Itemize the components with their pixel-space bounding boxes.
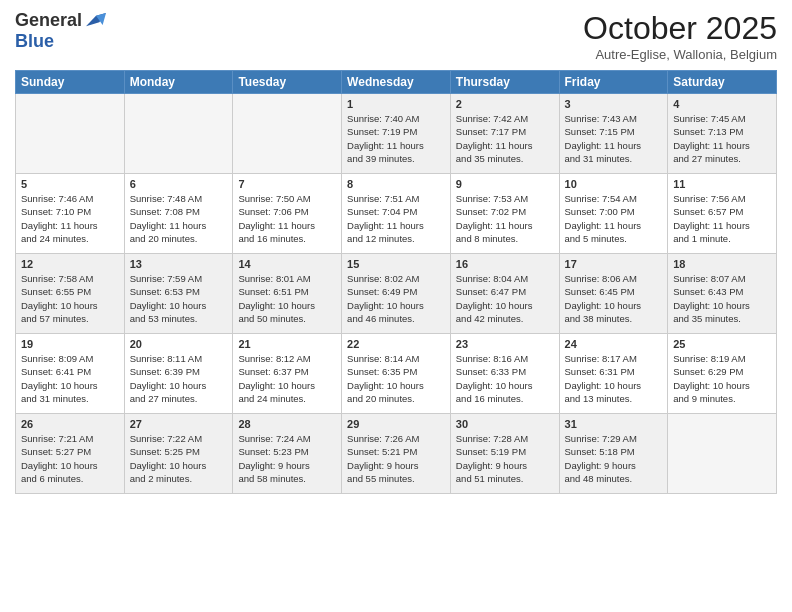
day-number: 17	[565, 258, 663, 270]
calendar-cell: 14Sunrise: 8:01 AM Sunset: 6:51 PM Dayli…	[233, 254, 342, 334]
calendar-cell: 20Sunrise: 8:11 AM Sunset: 6:39 PM Dayli…	[124, 334, 233, 414]
day-number: 14	[238, 258, 336, 270]
calendar-cell: 5Sunrise: 7:46 AM Sunset: 7:10 PM Daylig…	[16, 174, 125, 254]
weekday-header-friday: Friday	[559, 71, 668, 94]
day-number: 12	[21, 258, 119, 270]
day-number: 24	[565, 338, 663, 350]
calendar-cell: 23Sunrise: 8:16 AM Sunset: 6:33 PM Dayli…	[450, 334, 559, 414]
calendar-cell: 9Sunrise: 7:53 AM Sunset: 7:02 PM Daylig…	[450, 174, 559, 254]
day-info: Sunrise: 7:21 AM Sunset: 5:27 PM Dayligh…	[21, 432, 119, 485]
day-info: Sunrise: 7:46 AM Sunset: 7:10 PM Dayligh…	[21, 192, 119, 245]
day-info: Sunrise: 7:43 AM Sunset: 7:15 PM Dayligh…	[565, 112, 663, 165]
day-info: Sunrise: 7:48 AM Sunset: 7:08 PM Dayligh…	[130, 192, 228, 245]
calendar-cell: 31Sunrise: 7:29 AM Sunset: 5:18 PM Dayli…	[559, 414, 668, 494]
day-info: Sunrise: 8:02 AM Sunset: 6:49 PM Dayligh…	[347, 272, 445, 325]
calendar-cell: 28Sunrise: 7:24 AM Sunset: 5:23 PM Dayli…	[233, 414, 342, 494]
weekday-header-row: SundayMondayTuesdayWednesdayThursdayFrid…	[16, 71, 777, 94]
day-number: 11	[673, 178, 771, 190]
weekday-header-saturday: Saturday	[668, 71, 777, 94]
day-number: 15	[347, 258, 445, 270]
calendar-cell: 19Sunrise: 8:09 AM Sunset: 6:41 PM Dayli…	[16, 334, 125, 414]
calendar-cell: 8Sunrise: 7:51 AM Sunset: 7:04 PM Daylig…	[342, 174, 451, 254]
day-number: 23	[456, 338, 554, 350]
day-number: 10	[565, 178, 663, 190]
day-number: 5	[21, 178, 119, 190]
logo-general-text: General	[15, 10, 82, 31]
calendar-cell: 7Sunrise: 7:50 AM Sunset: 7:06 PM Daylig…	[233, 174, 342, 254]
day-info: Sunrise: 8:16 AM Sunset: 6:33 PM Dayligh…	[456, 352, 554, 405]
calendar-cell: 29Sunrise: 7:26 AM Sunset: 5:21 PM Dayli…	[342, 414, 451, 494]
logo: General Blue	[15, 10, 106, 52]
calendar-cell: 25Sunrise: 8:19 AM Sunset: 6:29 PM Dayli…	[668, 334, 777, 414]
day-info: Sunrise: 7:51 AM Sunset: 7:04 PM Dayligh…	[347, 192, 445, 245]
day-info: Sunrise: 7:56 AM Sunset: 6:57 PM Dayligh…	[673, 192, 771, 245]
day-info: Sunrise: 7:29 AM Sunset: 5:18 PM Dayligh…	[565, 432, 663, 485]
day-info: Sunrise: 7:58 AM Sunset: 6:55 PM Dayligh…	[21, 272, 119, 325]
weekday-header-tuesday: Tuesday	[233, 71, 342, 94]
calendar-cell: 22Sunrise: 8:14 AM Sunset: 6:35 PM Dayli…	[342, 334, 451, 414]
day-info: Sunrise: 7:54 AM Sunset: 7:00 PM Dayligh…	[565, 192, 663, 245]
day-number: 8	[347, 178, 445, 190]
day-number: 30	[456, 418, 554, 430]
day-info: Sunrise: 8:09 AM Sunset: 6:41 PM Dayligh…	[21, 352, 119, 405]
day-info: Sunrise: 7:53 AM Sunset: 7:02 PM Dayligh…	[456, 192, 554, 245]
day-info: Sunrise: 8:17 AM Sunset: 6:31 PM Dayligh…	[565, 352, 663, 405]
location-subtitle: Autre-Eglise, Wallonia, Belgium	[583, 47, 777, 62]
page: General Blue October 2025 Autre-Eglise, …	[0, 0, 792, 612]
weekday-header-monday: Monday	[124, 71, 233, 94]
day-info: Sunrise: 7:42 AM Sunset: 7:17 PM Dayligh…	[456, 112, 554, 165]
title-section: October 2025 Autre-Eglise, Wallonia, Bel…	[583, 10, 777, 62]
calendar-cell: 17Sunrise: 8:06 AM Sunset: 6:45 PM Dayli…	[559, 254, 668, 334]
calendar-week-row: 1Sunrise: 7:40 AM Sunset: 7:19 PM Daylig…	[16, 94, 777, 174]
day-number: 4	[673, 98, 771, 110]
day-number: 3	[565, 98, 663, 110]
day-number: 29	[347, 418, 445, 430]
day-number: 28	[238, 418, 336, 430]
calendar-table: SundayMondayTuesdayWednesdayThursdayFrid…	[15, 70, 777, 494]
day-number: 26	[21, 418, 119, 430]
day-info: Sunrise: 7:50 AM Sunset: 7:06 PM Dayligh…	[238, 192, 336, 245]
calendar-cell: 11Sunrise: 7:56 AM Sunset: 6:57 PM Dayli…	[668, 174, 777, 254]
day-number: 20	[130, 338, 228, 350]
day-number: 31	[565, 418, 663, 430]
calendar-cell: 16Sunrise: 8:04 AM Sunset: 6:47 PM Dayli…	[450, 254, 559, 334]
header: General Blue October 2025 Autre-Eglise, …	[15, 10, 777, 62]
calendar-week-row: 19Sunrise: 8:09 AM Sunset: 6:41 PM Dayli…	[16, 334, 777, 414]
calendar-cell	[16, 94, 125, 174]
day-info: Sunrise: 8:19 AM Sunset: 6:29 PM Dayligh…	[673, 352, 771, 405]
day-info: Sunrise: 7:40 AM Sunset: 7:19 PM Dayligh…	[347, 112, 445, 165]
day-number: 25	[673, 338, 771, 350]
day-number: 21	[238, 338, 336, 350]
calendar-cell: 26Sunrise: 7:21 AM Sunset: 5:27 PM Dayli…	[16, 414, 125, 494]
day-number: 9	[456, 178, 554, 190]
day-number: 7	[238, 178, 336, 190]
weekday-header-thursday: Thursday	[450, 71, 559, 94]
calendar-cell: 6Sunrise: 7:48 AM Sunset: 7:08 PM Daylig…	[124, 174, 233, 254]
calendar-cell	[124, 94, 233, 174]
day-info: Sunrise: 7:45 AM Sunset: 7:13 PM Dayligh…	[673, 112, 771, 165]
day-info: Sunrise: 7:28 AM Sunset: 5:19 PM Dayligh…	[456, 432, 554, 485]
calendar-cell: 13Sunrise: 7:59 AM Sunset: 6:53 PM Dayli…	[124, 254, 233, 334]
calendar-cell: 4Sunrise: 7:45 AM Sunset: 7:13 PM Daylig…	[668, 94, 777, 174]
calendar-cell: 3Sunrise: 7:43 AM Sunset: 7:15 PM Daylig…	[559, 94, 668, 174]
day-info: Sunrise: 8:12 AM Sunset: 6:37 PM Dayligh…	[238, 352, 336, 405]
day-info: Sunrise: 8:04 AM Sunset: 6:47 PM Dayligh…	[456, 272, 554, 325]
month-title: October 2025	[583, 10, 777, 47]
day-number: 22	[347, 338, 445, 350]
calendar-cell: 10Sunrise: 7:54 AM Sunset: 7:00 PM Dayli…	[559, 174, 668, 254]
calendar-week-row: 5Sunrise: 7:46 AM Sunset: 7:10 PM Daylig…	[16, 174, 777, 254]
calendar-week-row: 26Sunrise: 7:21 AM Sunset: 5:27 PM Dayli…	[16, 414, 777, 494]
logo-blue-text: Blue	[15, 31, 54, 52]
calendar-cell: 27Sunrise: 7:22 AM Sunset: 5:25 PM Dayli…	[124, 414, 233, 494]
logo-bird-icon	[86, 11, 106, 31]
day-number: 13	[130, 258, 228, 270]
calendar-cell	[233, 94, 342, 174]
calendar-cell	[668, 414, 777, 494]
day-number: 18	[673, 258, 771, 270]
day-info: Sunrise: 8:01 AM Sunset: 6:51 PM Dayligh…	[238, 272, 336, 325]
calendar-cell: 15Sunrise: 8:02 AM Sunset: 6:49 PM Dayli…	[342, 254, 451, 334]
day-info: Sunrise: 8:14 AM Sunset: 6:35 PM Dayligh…	[347, 352, 445, 405]
day-info: Sunrise: 7:22 AM Sunset: 5:25 PM Dayligh…	[130, 432, 228, 485]
calendar-week-row: 12Sunrise: 7:58 AM Sunset: 6:55 PM Dayli…	[16, 254, 777, 334]
day-info: Sunrise: 7:26 AM Sunset: 5:21 PM Dayligh…	[347, 432, 445, 485]
